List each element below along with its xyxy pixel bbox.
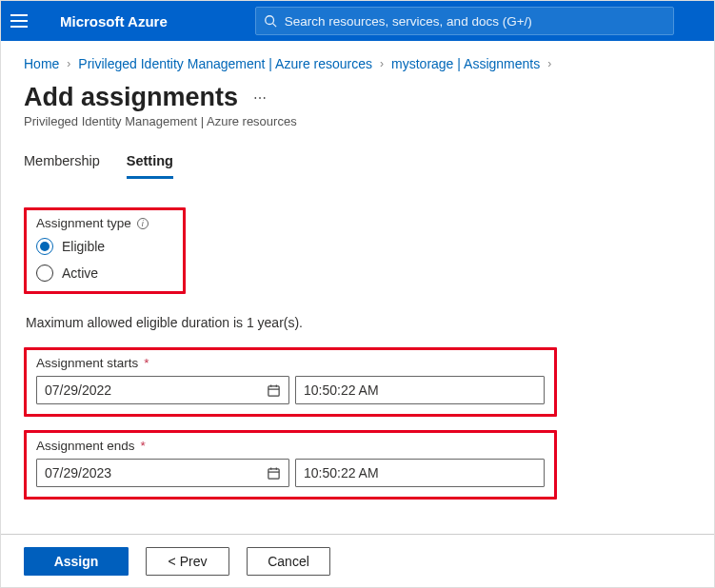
search-icon xyxy=(264,14,277,28)
end-time-input[interactable]: 10:50:22 AM xyxy=(295,459,545,487)
breadcrumb-home[interactable]: Home xyxy=(24,56,59,71)
svg-rect-2 xyxy=(268,385,279,395)
svg-point-0 xyxy=(266,16,274,25)
footer-actions: Assign < Prev Cancel xyxy=(1,534,714,587)
breadcrumb-pim[interactable]: Privileged Identity Management | Azure r… xyxy=(78,56,372,71)
assignment-ends-group: Assignment ends* 07/29/2023 10:50:22 AM xyxy=(24,430,557,500)
page-title: Add assignments xyxy=(24,83,238,112)
assignment-ends-label: Assignment ends* xyxy=(36,439,545,453)
assignment-starts-group: Assignment starts* 07/29/2022 10:50:22 A… xyxy=(24,347,557,417)
prev-button[interactable]: < Prev xyxy=(146,547,229,576)
search-placeholder: Search resources, services, and docs (G+… xyxy=(285,14,665,29)
radio-icon xyxy=(36,265,53,282)
radio-active[interactable]: Active xyxy=(36,265,173,282)
duration-note: Maximum allowed eligible duration is 1 y… xyxy=(26,315,691,330)
start-time-input[interactable]: 10:50:22 AM xyxy=(295,376,545,404)
more-actions-icon[interactable]: ⋯ xyxy=(253,90,268,106)
page-content: Home › Privileged Identity Management | … xyxy=(1,41,714,534)
assignment-type-label: Assignment type i xyxy=(36,216,173,230)
radio-eligible[interactable]: Eligible xyxy=(36,238,173,255)
end-date-input[interactable]: 07/29/2023 xyxy=(36,459,289,487)
assignment-type-group: Assignment type i Eligible Active xyxy=(24,207,186,294)
page-subtitle: Privileged Identity Management | Azure r… xyxy=(24,114,691,128)
calendar-icon xyxy=(267,466,281,480)
chevron-right-icon: › xyxy=(67,57,70,70)
breadcrumb-resource[interactable]: mystorage | Assignments xyxy=(391,56,540,71)
svg-rect-6 xyxy=(268,468,279,478)
brand-label: Microsoft Azure xyxy=(60,13,168,29)
radio-icon xyxy=(36,238,53,255)
chevron-right-icon: › xyxy=(380,57,384,70)
info-icon[interactable]: i xyxy=(137,218,149,229)
top-header: Microsoft Azure Search resources, servic… xyxy=(1,1,714,41)
tab-membership[interactable]: Membership xyxy=(24,149,100,179)
cancel-button[interactable]: Cancel xyxy=(247,547,330,576)
calendar-icon xyxy=(267,383,281,398)
start-date-input[interactable]: 07/29/2022 xyxy=(36,376,289,404)
tab-setting[interactable]: Setting xyxy=(127,149,173,179)
assign-button[interactable]: Assign xyxy=(24,547,129,576)
menu-icon[interactable] xyxy=(10,10,31,31)
breadcrumb: Home › Privileged Identity Management | … xyxy=(24,50,691,83)
assignment-starts-label: Assignment starts* xyxy=(36,356,545,370)
global-search[interactable]: Search resources, services, and docs (G+… xyxy=(255,7,674,35)
tabs: Membership Setting xyxy=(24,149,691,179)
svg-line-1 xyxy=(272,24,276,28)
chevron-right-icon: › xyxy=(547,57,551,70)
